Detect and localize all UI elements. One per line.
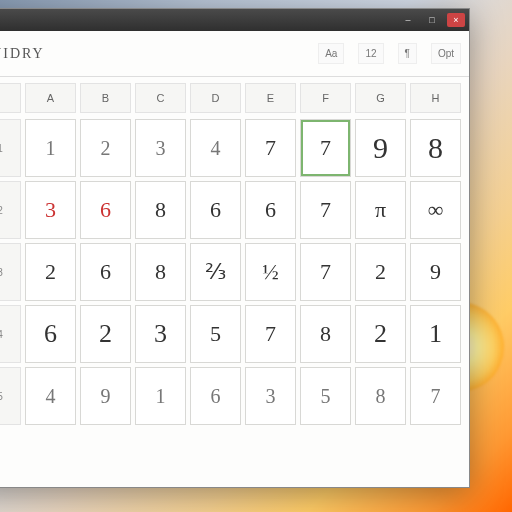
glyph-cell[interactable]: 7 — [245, 305, 296, 363]
minimize-button[interactable]: – — [399, 13, 417, 27]
glyph-cell[interactable]: 3 — [135, 119, 186, 177]
character-map-window: – □ × OVIDRY Aa 12 ¶ Opt A B C D E F G H… — [0, 8, 470, 488]
col-header: D — [190, 83, 241, 113]
header-corner — [0, 83, 21, 113]
glyph-cell[interactable]: 3 — [245, 367, 296, 425]
col-header: C — [135, 83, 186, 113]
glyph-cell[interactable]: 2 — [80, 119, 131, 177]
col-header: H — [410, 83, 461, 113]
glyph-cell[interactable]: 7 — [300, 243, 351, 301]
glyph-cell[interactable]: 5 — [300, 367, 351, 425]
row-label: 2 — [0, 181, 21, 239]
glyph-cell[interactable]: 6 — [80, 243, 131, 301]
glyph-cell[interactable]: ∞ — [410, 181, 461, 239]
row-label: 1 — [0, 119, 21, 177]
glyph-cell[interactable]: 9 — [80, 367, 131, 425]
glyph-cell[interactable]: 3 — [135, 305, 186, 363]
toolbar-options-button[interactable]: Opt — [431, 43, 461, 64]
glyph-cell[interactable]: 4 — [190, 119, 241, 177]
glyph-cell[interactable]: 8 — [355, 367, 406, 425]
row-label: 3 — [0, 243, 21, 301]
glyph-cell[interactable]: 5 — [190, 305, 241, 363]
glyph-cell[interactable]: 6 — [190, 367, 241, 425]
col-header: A — [25, 83, 76, 113]
glyph-cell[interactable]: 3 — [25, 181, 76, 239]
glyph-cell[interactable]: 4 — [25, 367, 76, 425]
toolbar: OVIDRY Aa 12 ¶ Opt — [0, 31, 469, 77]
glyph-cell[interactable]: 2 — [355, 305, 406, 363]
toolbar-font-button[interactable]: Aa — [318, 43, 344, 64]
toolbar-size-button[interactable]: 12 — [358, 43, 383, 64]
glyph-cell[interactable]: 7 — [245, 119, 296, 177]
col-header: B — [80, 83, 131, 113]
glyph-cell[interactable]: 9 — [355, 119, 406, 177]
glyph-cell[interactable]: 7 — [410, 367, 461, 425]
glyph-cell[interactable]: 9 — [410, 243, 461, 301]
glyph-cell[interactable]: 6 — [25, 305, 76, 363]
glyph-cell[interactable]: 6 — [190, 181, 241, 239]
glyph-cell-selected[interactable]: 7 — [300, 119, 351, 177]
glyph-cell[interactable]: 1 — [135, 367, 186, 425]
glyph-cell[interactable]: 2 — [25, 243, 76, 301]
maximize-button[interactable]: □ — [423, 13, 441, 27]
glyph-cell[interactable]: 8 — [410, 119, 461, 177]
app-title: OVIDRY — [0, 46, 45, 62]
glyph-cell[interactable]: 1 — [410, 305, 461, 363]
glyph-grid: 1 1 2 3 4 7 7 9 8 2 3 6 8 6 6 7 π ∞ 3 2 … — [0, 119, 461, 425]
glyph-cell[interactable]: 1 — [25, 119, 76, 177]
col-header: F — [300, 83, 351, 113]
glyph-cell[interactable]: 8 — [135, 181, 186, 239]
glyph-cell[interactable]: 7 — [300, 181, 351, 239]
column-headers: A B C D E F G H — [0, 83, 461, 113]
glyph-cell[interactable]: 2 — [80, 305, 131, 363]
glyph-cell[interactable]: 2 — [355, 243, 406, 301]
glyph-cell[interactable]: 8 — [300, 305, 351, 363]
close-button[interactable]: × — [447, 13, 465, 27]
row-label: 4 — [0, 305, 21, 363]
col-header: G — [355, 83, 406, 113]
row-label: 5 — [0, 367, 21, 425]
titlebar: – □ × — [0, 9, 469, 31]
col-header: E — [245, 83, 296, 113]
glyph-cell[interactable]: 8 — [135, 243, 186, 301]
glyph-cell[interactable]: 6 — [245, 181, 296, 239]
glyph-grid-area: A B C D E F G H 1 1 2 3 4 7 7 9 8 2 3 6 … — [0, 77, 469, 487]
glyph-cell[interactable]: 6 — [80, 181, 131, 239]
toolbar-para-button[interactable]: ¶ — [398, 43, 417, 64]
glyph-cell[interactable]: ½ — [245, 243, 296, 301]
glyph-cell[interactable]: ⅔ — [190, 243, 241, 301]
glyph-cell[interactable]: π — [355, 181, 406, 239]
